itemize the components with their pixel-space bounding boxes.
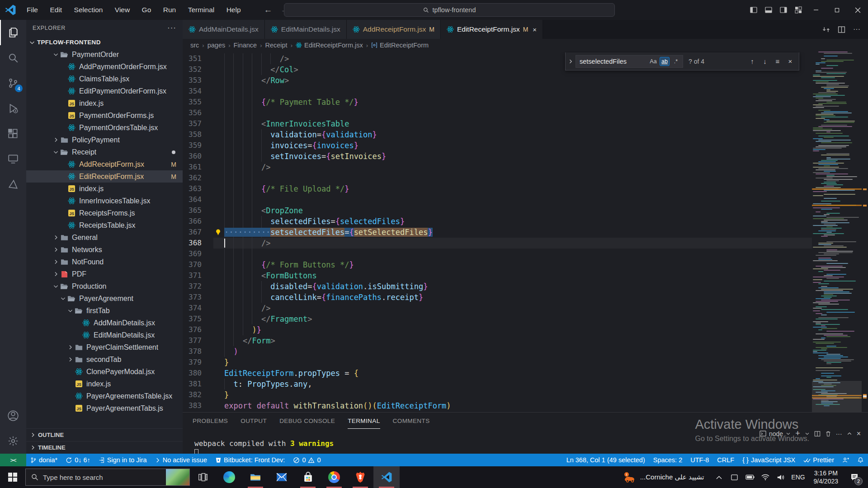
tree-row[interactable]: JS ClonePayerModal.jsx	[26, 366, 183, 378]
terminal-profile[interactable]: node	[760, 430, 791, 437]
code-line[interactable]: 356	[183, 108, 812, 118]
tree-row[interactable]: JS PaymentOrder	[26, 48, 183, 61]
notifications-bell-icon[interactable]	[853, 454, 868, 466]
code-line[interactable]: 371 <FormButtons	[183, 270, 812, 281]
code-line[interactable]: 357 <InnerInvoicesTable	[183, 118, 812, 129]
git-sync-status[interactable]: 0↓ 6↑	[61, 454, 94, 466]
vscode-taskbar-icon[interactable]	[373, 466, 400, 488]
search-sidebar-icon[interactable]	[0, 45, 26, 70]
toggle-sidebar-icon[interactable]	[746, 0, 761, 20]
action-center-icon[interactable]: 2	[844, 466, 864, 488]
tablet-mode-icon[interactable]	[728, 466, 741, 488]
extensions-icon[interactable]	[0, 121, 26, 146]
find-close-button[interactable]: ×	[784, 56, 796, 67]
code-line[interactable]: 380 EditReceiptForm.propTypes = {	[183, 368, 812, 379]
outline-section[interactable]: OUTLINE	[26, 428, 183, 441]
code-line[interactable]: 374 />	[183, 303, 812, 314]
formatter-status[interactable]: Prettier	[799, 454, 838, 466]
panel-tab[interactable]: TERMINAL	[348, 413, 380, 429]
code-line[interactable]: 369	[183, 249, 812, 259]
minimize-button[interactable]	[806, 0, 826, 20]
language-indicator[interactable]: ENG	[789, 466, 807, 488]
whole-word-button[interactable]: ab	[660, 57, 670, 66]
command-center-search[interactable]: tpflow-frontend	[284, 3, 615, 17]
code-line[interactable]: 367 ··········setselectedFiles={setSelec…	[183, 227, 812, 238]
code-line[interactable]: 372 disabled={validation.isSubmitting}	[183, 281, 812, 292]
close-panel-button[interactable]: ×	[857, 430, 861, 438]
code-line[interactable]: 375 </Fragment>	[183, 314, 812, 324]
tree-row[interactable]: JS index.js	[26, 183, 183, 195]
panel-more-actions-icon[interactable]: ···	[836, 430, 842, 437]
brave-taskbar-icon[interactable]	[347, 466, 373, 488]
start-button[interactable]	[0, 466, 25, 488]
split-terminal-button[interactable]	[814, 431, 821, 437]
clock[interactable]: 3:16 PM 9/4/2023	[809, 469, 843, 485]
tree-row[interactable]: JS PaymentOrderForms.js	[26, 109, 183, 122]
tree-row[interactable]: JS PayerAgreementTabs.js	[26, 402, 183, 414]
tray-expand-icon[interactable]	[712, 466, 726, 488]
tree-row[interactable]: JS firstTab	[26, 305, 183, 317]
code-line[interactable]: 382 }	[183, 389, 812, 400]
code-line[interactable]: 353 </Row>	[183, 75, 812, 86]
find-in-selection-button[interactable]: ≡	[772, 56, 783, 67]
code-line[interactable]: 376 )}	[183, 324, 812, 335]
tree-row[interactable]: JS index.js	[26, 378, 183, 390]
back-arrow-icon[interactable]: ←	[264, 5, 273, 15]
maximize-panel-button[interactable]	[847, 431, 852, 436]
menu-item[interactable]: Run	[158, 6, 181, 14]
timeline-section[interactable]: TIMELINE	[26, 441, 183, 454]
news-widget[interactable]: ! تشييد على Corniche...	[623, 472, 704, 483]
code-line[interactable]: 381 t: PropTypes.any,	[183, 379, 812, 389]
code-line[interactable]: 365 <DropZone	[183, 205, 812, 216]
find-previous-button[interactable]: ↑	[746, 56, 758, 67]
code-line[interactable]: 368 />	[183, 238, 812, 249]
menu-item[interactable]: Go	[137, 6, 156, 14]
active-issue-status[interactable]: No active issue	[151, 454, 211, 466]
extension-triangle-icon[interactable]	[0, 172, 26, 197]
find-next-button[interactable]: ↓	[759, 56, 771, 67]
breadcrumb[interactable]: src › pages › Finance › Receipt › EditRe…	[183, 39, 868, 52]
tree-row[interactable]: JS AddReceiptForm.jsx M	[26, 158, 183, 170]
tree-row[interactable]: JS secondTab	[26, 353, 183, 366]
menu-item[interactable]: Selection	[69, 6, 108, 14]
mail-taskbar-icon[interactable]	[269, 466, 295, 488]
minimap[interactable]	[812, 52, 862, 412]
breadcrumb-item[interactable]: EditReceiptForm	[370, 42, 430, 49]
breadcrumb-item[interactable]: EditReceiptForm.jsx	[294, 42, 364, 49]
code-line[interactable]: 379 }	[183, 357, 812, 368]
code-line[interactable]: 358 validation={validation}	[183, 129, 812, 140]
maximize-button[interactable]	[826, 0, 847, 20]
new-terminal-button[interactable]: +	[795, 429, 800, 438]
tree-row[interactable]: JS InnerInvoicesTable.jsx	[26, 195, 183, 207]
code-line[interactable]: 361 />	[183, 162, 812, 173]
more-actions-icon[interactable]: ···	[850, 23, 863, 36]
explorer-more-actions-icon[interactable]: ···	[167, 23, 176, 33]
file-explorer-taskbar-icon[interactable]	[242, 466, 269, 488]
jira-signin-status[interactable]: Sign in to Jira	[94, 454, 151, 466]
code-line[interactable]: 370 {/* Form Buttons */}	[183, 259, 812, 270]
lightbulb-icon[interactable]	[214, 228, 222, 236]
menu-item[interactable]: Edit	[45, 6, 67, 14]
code-line[interactable]: 362	[183, 173, 812, 183]
tree-row[interactable]: JS Receipt	[26, 146, 183, 158]
taskbar-search-input[interactable]: Type here to search	[25, 469, 190, 486]
close-button[interactable]	[847, 0, 868, 20]
tree-row[interactable]: JS EditReceiptForm.jsx M	[26, 170, 183, 183]
feedback-icon[interactable]	[838, 454, 853, 466]
code-line[interactable]: 383 export default withTranslation()(Edi…	[183, 400, 812, 411]
encoding-status[interactable]: UTF-8	[686, 454, 713, 466]
terminal-dropdown-button[interactable]	[805, 431, 810, 436]
split-editor-icon[interactable]	[835, 23, 848, 36]
tree-row[interactable]: JS NotFound	[26, 256, 183, 268]
store-taskbar-icon[interactable]	[295, 466, 321, 488]
remote-explorer-icon[interactable]	[0, 146, 26, 172]
tree-row[interactable]: JS Production	[26, 280, 183, 292]
breadcrumb-item[interactable]: Finance	[232, 42, 259, 49]
tree-row[interactable]: JS Networks	[26, 244, 183, 256]
code-line[interactable]: 359 invoices={invoices}	[183, 140, 812, 151]
compare-changes-icon[interactable]	[819, 23, 833, 36]
source-control-icon[interactable]: 4	[0, 70, 26, 96]
match-case-button[interactable]: Aa	[648, 57, 658, 66]
code-line[interactable]: 360 setInvoices={setInvoices}	[183, 151, 812, 162]
volume-icon[interactable]	[774, 466, 788, 488]
